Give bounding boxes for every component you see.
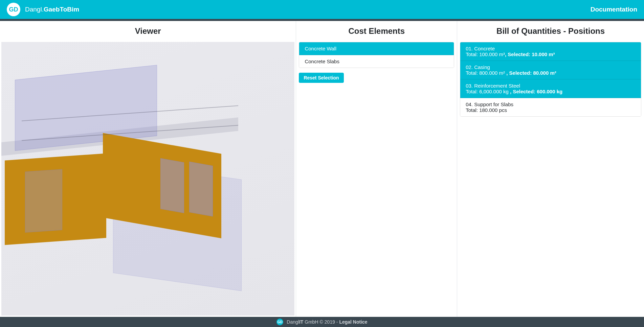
main-content: Viewer Cost Elements Concrete Wall Concr… <box>0 21 644 317</box>
viewer-title: Viewer <box>0 21 296 42</box>
footer-copyright: GmbH © 2019 - <box>303 319 339 325</box>
boq-item-selected: , Selected: 10.000 m³ <box>505 51 555 57</box>
boq-list: 01. Concrete Total: 100.000 m³, Selected… <box>460 42 641 117</box>
boq-item[interactable]: 03. Reinforcement Steel Total: 6,000.000… <box>460 79 641 98</box>
boq-item-total: Total: 100.000 m³ <box>466 51 505 57</box>
boq-item-quantity: Total: 6,000.000 kg , Selected: 600.000 … <box>466 89 636 94</box>
boq-item[interactable]: 02. Casing Total: 800.000 m² , Selected:… <box>460 61 641 79</box>
brand-title-bold: GaebToBim <box>44 6 79 13</box>
footer-company-link[interactable]: IT <box>299 319 303 325</box>
legal-notice-link[interactable]: Legal Notice <box>339 319 367 325</box>
reset-selection-button[interactable]: Reset Selection <box>299 73 343 83</box>
boq-panel: Bill of Quantities - Positions 01. Concr… <box>457 21 644 317</box>
building-3d-render <box>1 42 294 316</box>
boq-item-name: 03. Reinforcement Steel <box>466 83 636 89</box>
cost-elements-title: Cost Elements <box>296 21 457 42</box>
boq-item-name: 01. Concrete <box>466 46 636 51</box>
cost-elements-panel: Cost Elements Concrete Wall Concrete Sla… <box>296 21 457 317</box>
boq-item-total: Total: 6,000.000 kg <box>466 89 510 94</box>
boq-item-selected: , Selected: 600.000 kg <box>510 89 562 94</box>
boq-item[interactable]: 04. Support for Slabs Total: 180.000 pcs <box>460 98 641 116</box>
cost-element-item[interactable]: Concrete Wall <box>299 42 454 55</box>
boq-title: Bill of Quantities - Positions <box>457 21 644 42</box>
boq-item[interactable]: 01. Concrete Total: 100.000 m³, Selected… <box>460 42 641 61</box>
boq-item-name: 02. Casing <box>466 64 636 70</box>
brand-logo-icon[interactable]: GD <box>7 3 20 16</box>
cost-element-item[interactable]: Concrete Slabs <box>299 55 454 68</box>
documentation-link[interactable]: Documentation <box>591 6 637 13</box>
cost-elements-list: Concrete Wall Concrete Slabs <box>299 42 454 68</box>
viewer-3d-canvas[interactable] <box>1 42 294 316</box>
viewer-panel: Viewer <box>0 21 296 317</box>
boq-item-quantity: Total: 180.000 pcs <box>466 107 636 113</box>
footer-text: DanglIT GmbH © 2019 - Legal Notice <box>287 319 367 325</box>
boq-item-quantity: Total: 100.000 m³, Selected: 10.000 m³ <box>466 51 636 57</box>
boq-item-quantity: Total: 800.000 m² , Selected: 80.000 m² <box>466 70 636 76</box>
navbar-left: GD Dangl.GaebToBim <box>7 3 79 16</box>
footer-company-light: Dangl <box>287 319 299 325</box>
footer-logo-icon: GD <box>276 319 283 325</box>
boq-item-total: Total: 800.000 m² <box>466 70 506 76</box>
boq-item-total: Total: 180.000 pcs <box>466 107 507 113</box>
boq-item-name: 04. Support for Slabs <box>466 101 636 107</box>
boq-item-selected: , Selected: 80.000 m² <box>506 70 556 76</box>
footer: GD DanglIT GmbH © 2019 - Legal Notice <box>0 317 644 327</box>
top-navbar: GD Dangl.GaebToBim Documentation <box>0 0 644 19</box>
brand-title[interactable]: Dangl.GaebToBim <box>25 6 79 13</box>
brand-title-light: Dangl. <box>25 6 44 13</box>
